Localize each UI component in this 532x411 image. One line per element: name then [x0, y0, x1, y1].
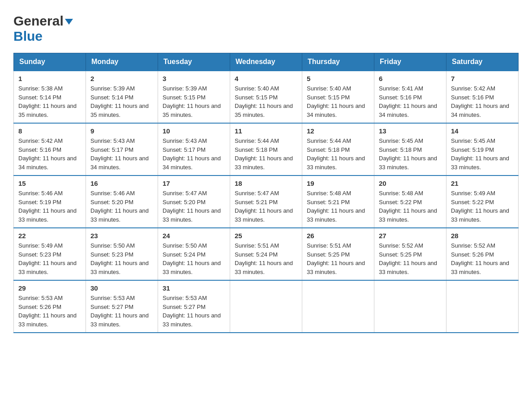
- calendar-week-row: 15 Sunrise: 5:46 AM Sunset: 5:19 PM Dayl…: [14, 176, 519, 228]
- sunrise-label: Sunrise: 5:45 AM: [451, 137, 495, 144]
- day-number: 18: [235, 180, 297, 187]
- day-info: Sunrise: 5:51 AM Sunset: 5:24 PM Dayligh…: [235, 241, 297, 276]
- day-info: Sunrise: 5:40 AM Sunset: 5:15 PM Dayligh…: [307, 84, 369, 119]
- daylight-label: Daylight: 11 hours and 34 minutes.: [18, 155, 77, 171]
- day-number: 9: [90, 127, 153, 135]
- day-info: Sunrise: 5:43 AM Sunset: 5:17 PM Dayligh…: [163, 137, 225, 171]
- day-number: 5: [307, 75, 369, 82]
- daylight-label: Daylight: 11 hours and 33 minutes.: [18, 207, 77, 223]
- sunrise-label: Sunrise: 5:49 AM: [18, 242, 63, 249]
- daylight-label: Daylight: 11 hours and 33 minutes.: [379, 155, 437, 171]
- sunrise-label: Sunrise: 5:47 AM: [163, 190, 207, 197]
- daylight-label: Daylight: 11 hours and 34 minutes.: [307, 103, 365, 118]
- sunrise-label: Sunrise: 5:43 AM: [90, 137, 135, 144]
- day-info: Sunrise: 5:52 AM Sunset: 5:25 PM Dayligh…: [379, 241, 442, 276]
- sunrise-label: Sunrise: 5:39 AM: [90, 85, 135, 92]
- daylight-label: Daylight: 11 hours and 33 minutes.: [451, 260, 509, 275]
- calendar-cell: 3 Sunrise: 5:39 AM Sunset: 5:15 PM Dayli…: [158, 71, 230, 123]
- day-info: Sunrise: 5:39 AM Sunset: 5:14 PM Dayligh…: [90, 84, 153, 119]
- sunrise-label: Sunrise: 5:44 AM: [307, 137, 351, 144]
- sunset-label: Sunset: 5:14 PM: [18, 94, 61, 101]
- sunrise-label: Sunrise: 5:49 AM: [451, 190, 495, 197]
- calendar-cell: 7 Sunrise: 5:42 AM Sunset: 5:16 PM Dayli…: [446, 71, 519, 123]
- daylight-label: Daylight: 11 hours and 35 minutes.: [163, 103, 221, 118]
- daylight-label: Daylight: 11 hours and 33 minutes.: [235, 155, 293, 171]
- sunrise-label: Sunrise: 5:40 AM: [307, 85, 351, 92]
- daylight-label: Daylight: 11 hours and 33 minutes.: [451, 207, 509, 223]
- header-monday: Monday: [86, 53, 158, 71]
- calendar-cell: [374, 280, 446, 333]
- calendar-cell: 20 Sunrise: 5:48 AM Sunset: 5:22 PM Dayl…: [374, 176, 446, 228]
- daylight-label: Daylight: 11 hours and 34 minutes.: [379, 103, 437, 118]
- day-number: 3: [163, 75, 225, 82]
- day-info: Sunrise: 5:46 AM Sunset: 5:19 PM Dayligh…: [18, 189, 81, 224]
- header-wednesday: Wednesday: [230, 53, 302, 71]
- daylight-label: Daylight: 11 hours and 33 minutes.: [18, 260, 77, 275]
- sunset-label: Sunset: 5:17 PM: [163, 146, 206, 153]
- daylight-label: Daylight: 11 hours and 33 minutes.: [451, 155, 509, 171]
- day-info: Sunrise: 5:39 AM Sunset: 5:15 PM Dayligh…: [163, 84, 225, 119]
- calendar-cell: 10 Sunrise: 5:43 AM Sunset: 5:17 PM Dayl…: [158, 123, 230, 176]
- sunrise-label: Sunrise: 5:39 AM: [163, 85, 207, 92]
- sunset-label: Sunset: 5:27 PM: [163, 304, 206, 310]
- page-header: General Blue: [13, 9, 519, 44]
- sunset-label: Sunset: 5:23 PM: [18, 251, 61, 258]
- logo-blue-text: Blue: [13, 29, 43, 43]
- day-info: Sunrise: 5:43 AM Sunset: 5:17 PM Dayligh…: [90, 137, 153, 171]
- day-number: 2: [90, 75, 153, 82]
- sunset-label: Sunset: 5:19 PM: [451, 146, 494, 153]
- daylight-label: Daylight: 11 hours and 34 minutes.: [90, 155, 149, 171]
- sunset-label: Sunset: 5:25 PM: [307, 251, 350, 258]
- day-info: Sunrise: 5:40 AM Sunset: 5:15 PM Dayligh…: [235, 84, 297, 119]
- day-info: Sunrise: 5:52 AM Sunset: 5:26 PM Dayligh…: [451, 241, 514, 276]
- calendar-cell: 15 Sunrise: 5:46 AM Sunset: 5:19 PM Dayl…: [14, 176, 86, 228]
- day-number: 15: [18, 180, 81, 187]
- day-info: Sunrise: 5:41 AM Sunset: 5:16 PM Dayligh…: [379, 84, 442, 119]
- calendar-cell: 1 Sunrise: 5:38 AM Sunset: 5:14 PM Dayli…: [14, 71, 86, 123]
- calendar-week-row: 29 Sunrise: 5:53 AM Sunset: 5:26 PM Dayl…: [14, 280, 519, 333]
- sunrise-label: Sunrise: 5:48 AM: [379, 190, 423, 197]
- sunrise-label: Sunrise: 5:48 AM: [307, 190, 351, 197]
- header-thursday: Thursday: [302, 53, 374, 71]
- sunset-label: Sunset: 5:24 PM: [235, 251, 278, 258]
- calendar-cell: 31 Sunrise: 5:53 AM Sunset: 5:27 PM Dayl…: [158, 280, 230, 333]
- daylight-label: Daylight: 11 hours and 33 minutes.: [90, 312, 149, 328]
- day-info: Sunrise: 5:53 AM Sunset: 5:27 PM Dayligh…: [163, 294, 225, 329]
- sunrise-label: Sunrise: 5:51 AM: [307, 242, 351, 249]
- sunrise-label: Sunrise: 5:53 AM: [18, 295, 63, 301]
- day-number: 20: [379, 180, 442, 187]
- day-number: 10: [163, 127, 225, 135]
- daylight-label: Daylight: 11 hours and 33 minutes.: [163, 207, 221, 223]
- calendar-cell: 29 Sunrise: 5:53 AM Sunset: 5:26 PM Dayl…: [14, 280, 86, 333]
- day-info: Sunrise: 5:42 AM Sunset: 5:16 PM Dayligh…: [451, 84, 514, 119]
- day-info: Sunrise: 5:53 AM Sunset: 5:27 PM Dayligh…: [90, 294, 153, 329]
- calendar-cell: 5 Sunrise: 5:40 AM Sunset: 5:15 PM Dayli…: [302, 71, 374, 123]
- sunset-label: Sunset: 5:18 PM: [307, 146, 350, 153]
- day-info: Sunrise: 5:45 AM Sunset: 5:19 PM Dayligh…: [451, 137, 514, 171]
- calendar-cell: 26 Sunrise: 5:51 AM Sunset: 5:25 PM Dayl…: [302, 228, 374, 280]
- calendar-cell: [302, 280, 374, 333]
- day-number: 26: [307, 232, 369, 240]
- calendar-cell: 4 Sunrise: 5:40 AM Sunset: 5:15 PM Dayli…: [230, 71, 302, 123]
- daylight-label: Daylight: 11 hours and 34 minutes.: [451, 103, 509, 118]
- sunrise-label: Sunrise: 5:45 AM: [379, 137, 423, 144]
- day-info: Sunrise: 5:38 AM Sunset: 5:14 PM Dayligh…: [18, 84, 81, 119]
- sunset-label: Sunset: 5:22 PM: [379, 199, 422, 206]
- sunrise-label: Sunrise: 5:40 AM: [235, 85, 279, 92]
- sunset-label: Sunset: 5:20 PM: [90, 199, 133, 206]
- calendar-cell: 17 Sunrise: 5:47 AM Sunset: 5:20 PM Dayl…: [158, 176, 230, 228]
- day-number: 22: [18, 232, 81, 240]
- day-number: 11: [235, 127, 297, 135]
- sunrise-label: Sunrise: 5:46 AM: [18, 190, 63, 197]
- day-info: Sunrise: 5:48 AM Sunset: 5:22 PM Dayligh…: [379, 189, 442, 224]
- sunrise-label: Sunrise: 5:50 AM: [90, 242, 135, 249]
- sunset-label: Sunset: 5:25 PM: [379, 251, 422, 258]
- daylight-label: Daylight: 11 hours and 33 minutes.: [90, 260, 149, 275]
- calendar-cell: 22 Sunrise: 5:49 AM Sunset: 5:23 PM Dayl…: [14, 228, 86, 280]
- daylight-label: Daylight: 11 hours and 33 minutes.: [379, 207, 437, 223]
- logo: General Blue: [13, 13, 73, 44]
- sunset-label: Sunset: 5:27 PM: [90, 304, 133, 310]
- calendar-cell: 30 Sunrise: 5:53 AM Sunset: 5:27 PM Dayl…: [86, 280, 158, 333]
- daylight-label: Daylight: 11 hours and 35 minutes.: [90, 103, 149, 118]
- header-sunday: Sunday: [14, 53, 86, 71]
